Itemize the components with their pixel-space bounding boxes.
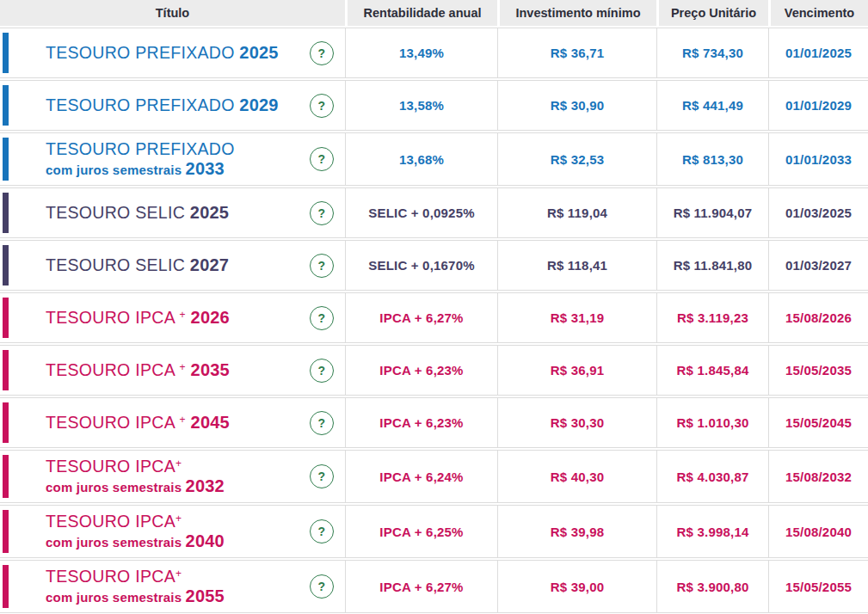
unit-price-cell: R$ 11.841,80	[656, 241, 768, 290]
column-header-preco-unitario: Preço Unitário	[656, 0, 768, 26]
table-row: TESOURO IPCA + 2026 ? IPCA + 6,27% R$ 31…	[0, 292, 868, 343]
bond-subtitle: com juros semestrais	[46, 535, 186, 550]
help-icon[interactable]: ?	[310, 411, 334, 435]
min-investment-cell: R$ 30,90	[497, 81, 656, 130]
help-icon[interactable]: ?	[310, 519, 334, 543]
bond-title: TESOURO IPCA + 2045	[46, 413, 230, 433]
table-row: TESOURO PREFIXADO 2029 ? 13,58% R$ 30,90…	[0, 80, 868, 131]
annual-rate-cell: IPCA + 6,23%	[345, 398, 497, 447]
unit-price-cell: R$ 441,49	[656, 81, 768, 130]
annual-rate-cell: 13,49%	[345, 28, 497, 77]
table-row: TESOURO IPCA + 2035 ? IPCA + 6,23% R$ 36…	[0, 345, 868, 396]
bond-title-cell: TESOURO IPCA + 2045 ?	[0, 398, 345, 447]
bond-title: TESOURO SELIC 2025	[46, 203, 229, 223]
help-icon[interactable]: ?	[310, 464, 334, 488]
maturity-cell: 15/08/2040	[768, 506, 868, 557]
bond-year-subtitle-line: 2055	[186, 586, 225, 605]
annual-rate-cell: IPCA + 6,23%	[345, 346, 497, 395]
bond-year: 2035	[186, 360, 230, 379]
bond-plus-superscript: +	[175, 568, 182, 580]
annual-rate-cell: IPCA + 6,27%	[345, 561, 497, 612]
bond-table: Título Rentabilidade anual Investimento …	[0, 0, 868, 613]
annual-rate-cell: IPCA + 6,24%	[345, 451, 497, 502]
table-row: TESOURO IPCA + 2045 ? IPCA + 6,23% R$ 30…	[0, 397, 868, 448]
bond-color-bar	[3, 85, 9, 126]
min-investment-cell: R$ 32,53	[497, 133, 656, 185]
unit-price-cell: R$ 4.030,87	[656, 451, 768, 502]
bond-title-cell: TESOURO PREFIXADO 2029 ?	[0, 81, 345, 130]
column-header-investimento-minimo: Investimento mínimo	[497, 0, 656, 26]
table-row: TESOURO SELIC 2027 ? SELIC + 0,1670% R$ …	[0, 240, 868, 291]
bond-color-bar	[3, 510, 9, 553]
help-icon[interactable]: ?	[310, 94, 334, 118]
table-row: TESOURO IPCA+ com juros semestrais 2055 …	[0, 560, 868, 613]
help-icon[interactable]: ?	[310, 201, 334, 225]
bond-plus-superscript: +	[175, 513, 182, 525]
bond-color-bar	[3, 455, 9, 498]
annual-rate-cell: IPCA + 6,25%	[345, 506, 497, 557]
bond-name: TESOURO IPCA	[46, 308, 180, 327]
bond-title-cell: TESOURO IPCA+ com juros semestrais 2040 …	[0, 506, 345, 557]
bond-year: 2027	[190, 255, 229, 274]
unit-price-cell: R$ 3.119,23	[656, 293, 768, 342]
bond-color-bar	[3, 298, 9, 338]
bond-year: 2045	[186, 413, 230, 432]
bond-color-bar	[3, 402, 9, 443]
table-row: TESOURO SELIC 2025 ? SELIC + 0,0925% R$ …	[0, 187, 868, 238]
bond-title: TESOURO IPCA + 2026	[46, 308, 230, 328]
maturity-cell: 01/01/2033	[768, 133, 868, 185]
bond-title: TESOURO PREFIXADO com juros semestrais 2…	[46, 139, 235, 178]
bond-year-subtitle-line: 2040	[186, 531, 225, 550]
table-header: Título Rentabilidade anual Investimento …	[0, 0, 868, 26]
min-investment-cell: R$ 119,04	[497, 188, 656, 237]
unit-price-cell: R$ 11.904,07	[656, 188, 768, 237]
help-icon[interactable]: ?	[310, 147, 334, 171]
column-header-rentabilidade: Rentabilidade anual	[345, 0, 497, 26]
bond-subtitle: com juros semestrais	[46, 163, 186, 177]
bond-year: 2025	[190, 203, 229, 222]
bond-year-subtitle-line: 2033	[186, 159, 225, 178]
help-icon[interactable]: ?	[310, 41, 334, 65]
bond-year: 2029	[239, 95, 278, 114]
bond-title: TESOURO IPCA+ com juros semestrais 2055	[46, 567, 225, 605]
bond-title-cell: TESOURO SELIC 2025 ?	[0, 188, 345, 237]
bond-plus-superscript: +	[175, 457, 182, 470]
bond-title: TESOURO PREFIXADO 2029	[46, 95, 279, 115]
bond-plus-superscript: +	[180, 309, 186, 321]
bond-color-bar	[3, 350, 9, 390]
bond-subtitle: com juros semestrais	[46, 480, 186, 494]
maturity-cell: 15/08/2026	[768, 293, 868, 342]
column-header-vencimento: Vencimento	[768, 0, 868, 26]
bond-title-cell: TESOURO IPCA + 2026 ?	[0, 293, 345, 342]
help-icon[interactable]: ?	[310, 359, 334, 383]
maturity-cell: 15/05/2035	[768, 346, 868, 395]
help-icon[interactable]: ?	[310, 574, 334, 599]
annual-rate-cell: IPCA + 6,27%	[345, 293, 497, 342]
bond-color-bar	[3, 245, 9, 286]
bond-title: TESOURO SELIC 2027	[46, 255, 229, 275]
bond-color-bar	[3, 138, 9, 181]
min-investment-cell: R$ 40,30	[497, 451, 656, 502]
bond-year: 2025	[239, 43, 278, 62]
bond-plus-superscript: +	[180, 414, 186, 426]
maturity-cell: 15/05/2055	[768, 561, 868, 612]
min-investment-cell: R$ 36,71	[497, 28, 656, 77]
bond-title-cell: TESOURO IPCA + 2035 ?	[0, 346, 345, 395]
min-investment-cell: R$ 31,19	[497, 293, 656, 342]
help-icon[interactable]: ?	[310, 306, 334, 330]
help-icon[interactable]: ?	[310, 254, 334, 278]
table-body: TESOURO PREFIXADO 2025 ? 13,49% R$ 36,71…	[0, 28, 868, 613]
bond-name: TESOURO PREFIXADO	[46, 95, 239, 114]
min-investment-cell: R$ 36,91	[497, 346, 656, 395]
bond-title-cell: TESOURO SELIC 2027 ?	[0, 241, 345, 290]
bond-name: TESOURO PREFIXADO	[46, 43, 239, 62]
unit-price-cell: R$ 3.998,14	[656, 506, 768, 557]
bond-name: TESOURO IPCA	[46, 457, 175, 476]
bond-plus-superscript: +	[180, 361, 186, 373]
bond-title: TESOURO PREFIXADO 2025	[46, 43, 279, 63]
bond-year-subtitle-line: 2032	[186, 476, 225, 495]
unit-price-cell: R$ 1.010,30	[656, 398, 768, 447]
annual-rate-cell: 13,58%	[345, 81, 497, 130]
bond-name: TESOURO SELIC	[46, 255, 190, 274]
table-row: TESOURO PREFIXADO 2025 ? 13,49% R$ 36,71…	[0, 28, 868, 78]
